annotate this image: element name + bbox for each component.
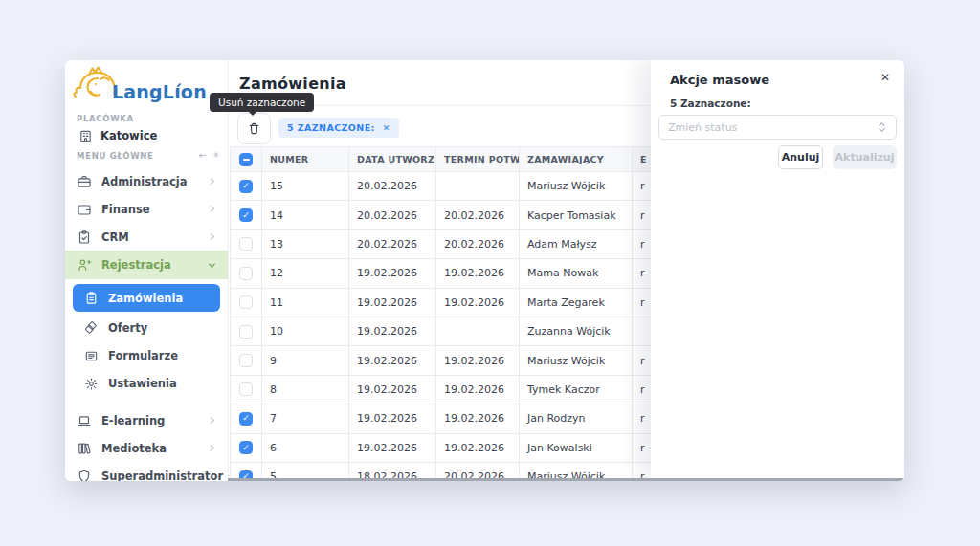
select-stepper-icon: [877, 120, 887, 134]
trash-icon: [247, 121, 261, 136]
cell-created: 20.02.2026: [349, 230, 436, 259]
mass-actions-panel: Akcje masowe ✕ 5 Zaznaczone: Zmień statu…: [651, 60, 904, 478]
delete-tooltip: Usuń zaznaczone: [210, 93, 314, 112]
row-checkbox[interactable]: [239, 325, 253, 339]
sidebar-item-elearning[interactable]: E-learning: [65, 406, 228, 434]
sidebar-item-crm[interactable]: CRM: [65, 223, 228, 251]
close-icon[interactable]: ✕: [880, 71, 890, 84]
sidebar-item-zamowienia[interactable]: Zamówienia: [73, 284, 220, 312]
tooltip-text: Usuń zaznaczone: [218, 97, 305, 108]
cell-orderer: Mama Nowak: [520, 259, 633, 288]
laptop-icon: [77, 413, 92, 428]
sidebar-item-oferty[interactable]: Oferty: [65, 315, 228, 341]
app-window: LangLíon PLACÓWKA Katowice MENU GŁÓWNE ←…: [65, 60, 904, 481]
shield-icon: [77, 469, 92, 482]
row-checkbox[interactable]: [239, 295, 253, 309]
clear-selection-icon[interactable]: ✕: [383, 123, 390, 133]
brand-name: LangLíon: [112, 81, 207, 102]
pin-sidebar-icon[interactable]: ✳: [212, 150, 219, 161]
form-list-icon: [84, 349, 99, 363]
column-header-data-utworzenia[interactable]: DATA UTWORZENIA↓: [349, 147, 436, 172]
cell-numer: 11: [262, 289, 349, 317]
cell-confirmed: 19.02.2026: [436, 346, 520, 375]
sidebar-item-label: Zamówienia: [108, 292, 183, 305]
brand-logo: LangLíon: [71, 64, 207, 106]
row-checkbox[interactable]: [239, 382, 253, 396]
cell-numer: 8: [262, 376, 349, 404]
chevron-right-icon: [208, 205, 216, 213]
cell-created: 19.02.2026: [349, 434, 436, 463]
update-button[interactable]: Aktualizuj: [833, 145, 897, 169]
cell-orderer: Mariusz Wójcik: [520, 346, 633, 375]
sidebar-item-formularze[interactable]: Formularze: [65, 342, 228, 369]
wallet-icon: [77, 202, 92, 217]
horizontal-scrollbar[interactable]: [228, 478, 904, 481]
chevron-right-icon: [208, 416, 216, 425]
sidebar-item-label: E-learning: [101, 414, 198, 427]
column-header-zamawiajacy[interactable]: ZAMAWIAJĄCY: [520, 147, 633, 172]
row-checkbox[interactable]: [239, 441, 253, 454]
select-all-checkbox[interactable]: [239, 153, 253, 166]
user-plus-icon: [77, 257, 92, 273]
sidebar-item-label: Administracja: [101, 175, 198, 188]
branch-selector[interactable]: Katowice: [78, 126, 157, 145]
column-header-termin-potwierdzenia[interactable]: TERMIN POTWIERDZE: [436, 147, 520, 172]
cell-numer: 9: [262, 346, 349, 375]
cell-confirmed: 20.02.2026: [436, 230, 520, 259]
row-checkbox[interactable]: [239, 412, 253, 426]
cancel-button[interactable]: Anuluj: [778, 145, 823, 169]
sidebar-item-ustawienia[interactable]: Ustawienia: [65, 370, 228, 397]
cell-orderer: Jan Rodzyn: [520, 404, 633, 433]
cell-created: 20.02.2026: [349, 201, 436, 229]
row-checkbox[interactable]: [239, 267, 253, 280]
cell-created: 19.02.2026: [349, 346, 436, 375]
row-checkbox[interactable]: [239, 237, 253, 251]
sidebar-item-superadministrator[interactable]: Superadministrator: [65, 462, 228, 481]
column-header-numer[interactable]: NUMER: [262, 147, 349, 172]
selected-count-badge: 5 ZAZNACZONE: ✕: [278, 118, 399, 138]
cell-numer: 7: [262, 404, 349, 433]
cell-confirmed: [436, 172, 520, 201]
sidebar-item-medioteka[interactable]: Medioteka: [65, 434, 228, 462]
cell-confirmed: 19.02.2026: [436, 376, 520, 404]
cell-confirmed: 20.02.2026: [436, 201, 520, 229]
panel-selected-count: 5 Zaznaczone:: [670, 98, 751, 109]
cell-numer: 12: [262, 259, 349, 288]
clipboard-icon: [84, 291, 99, 305]
cell-orderer: Kacper Tomasiak: [520, 201, 633, 229]
sidebar-item-administracja[interactable]: Administracja: [65, 167, 228, 195]
status-select-placeholder: Zmień status: [668, 121, 737, 134]
cell-numer: 13: [262, 230, 349, 259]
cell-created: 19.02.2026: [349, 404, 436, 433]
row-checkbox[interactable]: [239, 180, 253, 193]
delete-selected-button[interactable]: [237, 113, 271, 144]
gear-icon: [84, 377, 99, 391]
row-checkbox[interactable]: [239, 208, 253, 222]
tags-icon: [84, 321, 99, 336]
sidebar-item-finanse[interactable]: Finanse: [65, 195, 228, 223]
sidebar-item-label: CRM: [101, 230, 198, 244]
cell-numer: 14: [262, 201, 349, 229]
chevron-down-icon: [208, 261, 216, 270]
cell-confirmed: [436, 317, 520, 346]
sidebar-item-label: Rejestracja: [101, 258, 198, 272]
sidebar-item-rejestracja[interactable]: Rejestracja: [65, 251, 228, 279]
sidebar: LangLíon PLACÓWKA Katowice MENU GŁÓWNE ←…: [65, 60, 229, 481]
section-label-menu: MENU GŁÓWNE: [77, 151, 154, 161]
cell-numer: 6: [262, 434, 349, 463]
cell-numer: 15: [262, 172, 349, 201]
section-label-placowka: PLACÓWKA: [77, 114, 134, 123]
building-icon: [78, 129, 93, 143]
row-checkbox[interactable]: [239, 354, 253, 367]
cell-created: 19.02.2026: [349, 259, 436, 288]
sidebar-item-label: Ustawienia: [108, 377, 177, 390]
collapse-sidebar-icon[interactable]: ←: [198, 150, 206, 161]
books-icon: [77, 441, 92, 456]
branch-name: Katowice: [100, 129, 157, 142]
selected-count-label: 5 ZAZNACZONE:: [287, 122, 375, 133]
sidebar-item-label: Superadministrator: [101, 470, 223, 482]
cell-orderer: Tymek Kaczor: [520, 376, 633, 404]
sidebar-item-label: Oferty: [108, 321, 147, 335]
status-select[interactable]: Zmień status: [658, 115, 897, 140]
cell-confirmed: 19.02.2026: [436, 434, 520, 463]
